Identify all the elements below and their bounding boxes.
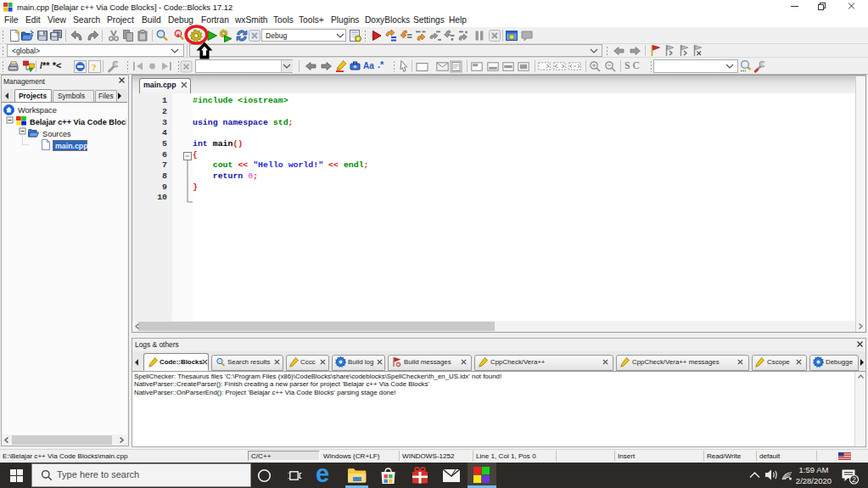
svg-text:2: 2	[852, 475, 856, 484]
svg-text:a: a	[176, 31, 180, 38]
